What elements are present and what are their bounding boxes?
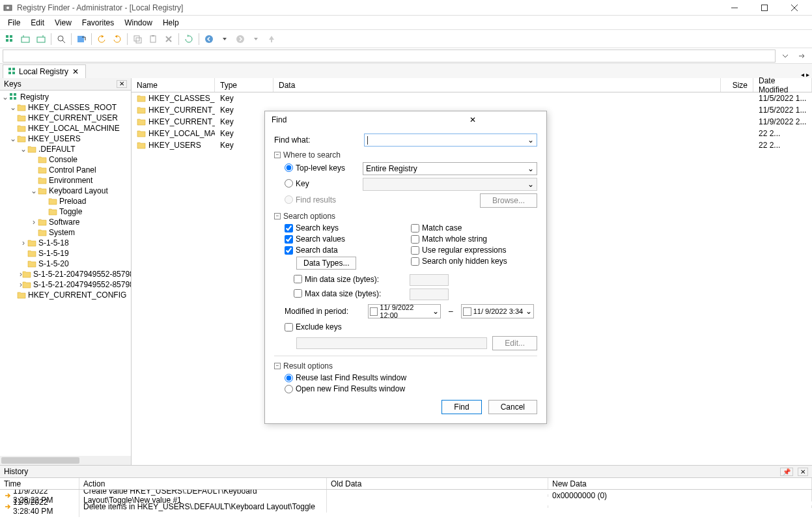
tree-toggle-icon[interactable]: › [20,238,27,247]
toplevel-radio[interactable] [285,163,293,172]
hcol-action[interactable]: Action [79,478,327,489]
col-type[interactable]: Type [215,78,273,92]
tree-row[interactable]: Console [0,154,131,165]
menu-edit[interactable]: Edit [25,17,49,29]
history-close-icon[interactable]: ✕ [798,468,808,476]
menu-help[interactable]: Help [158,17,184,29]
hcol-time[interactable]: Time [0,478,79,489]
history-row[interactable]: 11/9/2022 3:28:22 PM Create value HKEY_U… [0,490,812,501]
tree-row[interactable]: Control Panel [0,165,131,175]
tree-toggle-icon[interactable]: › [30,218,38,227]
toolbar-refresh-icon[interactable] [182,32,196,46]
resultopts-toggle-icon[interactable]: − [274,363,281,369]
history-pin-icon[interactable]: 📌 [780,468,793,476]
key-radio[interactable] [285,179,293,188]
hcol-old[interactable]: Old Data [327,478,548,489]
tree-row[interactable]: HKEY_CURRENT_USER [0,113,131,123]
tree-toggle-icon[interactable]: ⌄ [20,145,27,154]
tree-row[interactable]: S-1-5-20 [0,259,131,269]
datatypes-button[interactable]: Data Types... [296,257,356,270]
toolbar-forward-icon[interactable] [233,32,247,46]
toolbar-paste-icon[interactable] [146,32,160,46]
maximize-button[interactable] [749,1,779,15]
minsize-cb[interactable] [294,275,302,283]
tree-row[interactable]: Environment [0,175,131,186]
tree-toggle-icon[interactable]: ⌄ [1,92,9,102]
address-input[interactable] [3,49,776,63]
key-combo[interactable]: ⌄ [363,178,537,191]
address-go-icon[interactable] [795,49,809,63]
tree-row[interactable]: HKEY_LOCAL_MACHINE [0,123,131,134]
edit-button[interactable]: Edit... [492,336,537,350]
tree-row[interactable]: › S-1-5-18 [0,238,131,248]
tree-pane-close-icon[interactable]: ✕ [117,80,127,88]
date-to-input[interactable]: 11/ 9/2022 3:34⌄ [461,304,534,318]
searchopts-toggle-icon[interactable]: − [274,213,281,219]
tree-row[interactable]: Preload [0,196,131,206]
tree-row[interactable]: › S-1-5-21-2047949552-857980807 [0,269,131,279]
toolbar-save-icon[interactable] [34,32,48,46]
opennew-radio[interactable] [285,385,293,393]
browse-button[interactable]: Browse... [480,193,537,208]
tree-row[interactable]: ⌄ .DEFAULT [0,144,131,154]
toolbar-delete-icon[interactable] [161,32,176,46]
col-size[interactable]: Size [721,78,753,92]
menu-window[interactable]: Window [119,17,158,29]
tree-row[interactable]: Toggle [0,206,131,217]
minimize-button[interactable] [720,1,749,15]
menu-file[interactable]: File [3,17,25,29]
where-toggle-icon[interactable]: − [274,152,281,158]
tree-row[interactable]: ⌄ HKEY_USERS [0,134,131,144]
tree-row[interactable]: › S-1-5-21-2047949552-857980807 [0,279,131,290]
tree-row[interactable]: ⌄ Keyboard Layout [0,186,131,196]
history-row[interactable]: 11/9/2022 3:28:40 PM Delete items in HKE… [0,501,812,512]
tab-local-registry[interactable]: Local Registry ✕ [3,64,86,78]
tree-row[interactable]: System [0,227,131,238]
toolbar-export-icon[interactable] [74,32,89,46]
regex-cb[interactable] [411,246,419,255]
tree-row[interactable]: S-1-5-19 [0,248,131,259]
toolbar-copy-icon[interactable] [130,32,145,46]
dialog-close-icon[interactable]: ✕ [406,115,540,124]
reuse-radio[interactable] [285,374,293,382]
tree-scrollbar-thumb[interactable] [1,457,79,464]
toolbar-open-icon[interactable] [18,32,33,46]
menu-favorites[interactable]: Favorites [77,17,119,29]
hcol-new[interactable]: New Data [548,478,812,489]
col-data[interactable]: Data [273,78,721,92]
tree-toggle-icon[interactable]: ⌄ [30,186,38,195]
hidden-cb[interactable] [411,257,419,266]
toolbar-find-icon[interactable] [54,32,68,46]
col-name[interactable]: Name [132,78,215,92]
find-what-input[interactable]: ⌄ [364,134,537,147]
tree-row[interactable]: › Software [0,217,131,227]
toolbar-back-drop-icon[interactable] [217,32,232,46]
tree-row[interactable]: ⌄ HKEY_CLASSES_ROOT [0,102,131,113]
cancel-button[interactable]: Cancel [488,400,537,414]
toolbar-redo-icon[interactable] [110,32,124,46]
tree-root[interactable]: ⌄ Registry [0,92,131,102]
tree-toggle-icon[interactable]: ⌄ [9,103,17,112]
tree[interactable]: ⌄ Registry ⌄ HKEY_CLASSES_ROOT HKEY_CURR… [0,91,131,456]
address-drop-icon[interactable] [778,49,792,63]
match-case-cb[interactable] [411,224,419,232]
toplevel-combo[interactable]: Entire Registry⌄ [363,162,537,175]
tab-close-icon[interactable]: ✕ [71,67,80,76]
search-keys-cb[interactable] [285,224,293,232]
maxsize-cb[interactable] [294,289,302,298]
list-row[interactable]: HKEY_CLASSES_ROOT Key 11/5/2022 1... [132,92,812,104]
menu-view[interactable]: View [49,17,77,29]
toolbar-forward-drop-icon[interactable] [249,32,263,46]
toolbar-undo-icon[interactable] [94,32,109,46]
tree-toggle-icon[interactable]: ⌄ [9,134,17,143]
toolbar-up-icon[interactable] [264,32,279,46]
match-whole-cb[interactable] [411,235,419,244]
toolbar-back-icon[interactable] [202,32,216,46]
exclude-cb[interactable] [285,323,293,331]
date-from-input[interactable]: 11/ 9/2022 12:00⌄ [368,304,441,318]
tree-row[interactable]: HKEY_CURRENT_CONFIG [0,290,131,300]
search-data-cb[interactable] [285,246,293,255]
toolbar-hive-icon[interactable] [3,32,17,46]
close-button[interactable] [779,1,809,15]
col-date[interactable]: Date Modified [753,78,812,92]
